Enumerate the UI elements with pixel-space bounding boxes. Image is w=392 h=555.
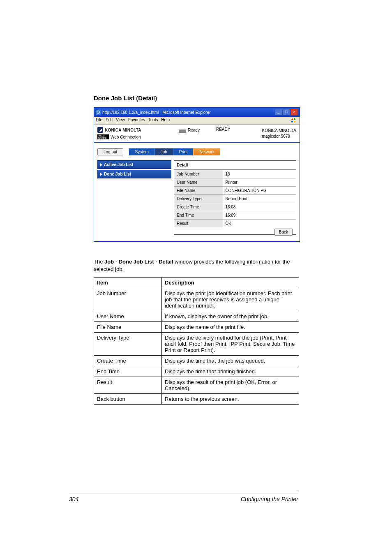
detail-val: 13 (223, 170, 296, 178)
menu-tools[interactable]: Tools (148, 118, 158, 123)
table-row: Create Time16:08 (174, 203, 296, 211)
triangle-icon (100, 173, 102, 176)
menu-help[interactable]: Help (161, 118, 170, 123)
titlebar: http://192.168.1.2/a_index.html - Micros… (94, 108, 300, 117)
menubar: File Edit View Favorites Tools Help (94, 117, 300, 125)
table-row: End TimeDisplays the time that printing … (94, 366, 299, 377)
page-footer: 304 Configuring the Printer (69, 493, 298, 502)
back-button[interactable]: Back (274, 229, 293, 236)
th-desc: Description (162, 278, 299, 288)
menu-view[interactable]: View (116, 118, 125, 123)
logout-button[interactable]: Log out (97, 148, 123, 155)
cell-item: Delivery Type (94, 333, 162, 356)
minimize-icon[interactable]: _ (275, 109, 282, 116)
detail-val: CONFIGURATION PG (223, 187, 296, 195)
detail-key: Result (174, 220, 223, 228)
table-row: Job NumberDisplays the print job identif… (94, 288, 299, 311)
tab-print[interactable]: Print (173, 148, 194, 155)
detail-val: 16:08 (223, 203, 296, 211)
sidebar-item-label: Active Job List (104, 162, 133, 167)
cell-desc: Returns to the previous screen. (162, 394, 299, 405)
section-title: Done Job List (Detail) (94, 95, 300, 102)
product-line2: magicolor 5670 (262, 134, 296, 139)
chapter-title: Configuring the Printer (241, 496, 298, 502)
detail-key: File Name (174, 187, 223, 195)
cell-item: End Time (94, 366, 162, 377)
table-row: User NameIf known, displays the owner of… (94, 311, 299, 322)
brand-area: KONICA MINOLTA PAGE SCOPE Web Connection (94, 125, 179, 142)
table-row: Delivery TypeReport Print (174, 195, 296, 203)
table-row: Job Number13 (174, 170, 296, 178)
window-controls: _ □ × (275, 109, 298, 116)
maximize-icon[interactable]: □ (283, 109, 290, 116)
detail-panel: Detail Job Number13 User NamePrinter Fil… (174, 160, 296, 235)
detail-key: Create Time (174, 203, 223, 211)
cell-desc: Displays the name of the print file. (162, 322, 299, 333)
pagescope-badge: PAGE SCOPE (97, 134, 109, 139)
ready-status: READY (216, 127, 230, 132)
cell-item: Result (94, 377, 162, 394)
tab-bar: System Job Print Network (129, 148, 220, 155)
detail-val: OK (223, 220, 296, 228)
cell-item: File Name (94, 322, 162, 333)
tab-job[interactable]: Job (154, 148, 173, 155)
table-row: Back buttonReturns to the previous scree… (94, 394, 299, 405)
menu-favorites[interactable]: Favorites (128, 118, 145, 123)
sidebar: Active Job List Done Job List (97, 160, 171, 235)
cell-item: User Name (94, 311, 162, 322)
detail-key: Delivery Type (174, 195, 223, 203)
cell-desc: Displays the delivery method for the job… (162, 333, 299, 356)
cell-item: Job Number (94, 288, 162, 311)
panel-title: Detail (174, 161, 296, 170)
page-number: 304 (69, 496, 78, 502)
cell-desc: Displays the result of the print job (OK… (162, 377, 299, 394)
table-row: File NameDisplays the name of the print … (94, 322, 299, 333)
table-row: End Time16:09 (174, 211, 296, 220)
webconn-label: Web Connection (111, 135, 141, 139)
triangle-icon (100, 163, 102, 166)
detail-table: Job Number13 User NamePrinter File NameC… (174, 170, 296, 227)
close-icon[interactable]: × (291, 109, 298, 116)
cell-desc: Displays the time that printing finished… (162, 366, 299, 377)
table-row: ResultOK (174, 220, 296, 228)
brand-label: KONICA MINOLTA (105, 128, 141, 132)
sidebar-item-done-job-list[interactable]: Done Job List (97, 170, 171, 178)
table-row: File NameCONFIGURATION PG (174, 187, 296, 195)
ie-icon (96, 110, 101, 115)
intro-text: The Job - Done Job List - Detail window … (94, 258, 300, 273)
table-row: ResultDisplays the result of the print j… (94, 377, 299, 394)
th-item: Item (94, 278, 162, 288)
tab-network[interactable]: Network (193, 148, 220, 155)
description-table: Item Description Job NumberDisplays the … (94, 277, 299, 405)
table-row: Create TimeDisplays the time that the jo… (94, 356, 299, 366)
detail-key: Job Number (174, 170, 223, 178)
cell-item: Create Time (94, 356, 162, 366)
table-row: Delivery TypeDisplays the delivery metho… (94, 333, 299, 356)
km-logo-icon (97, 127, 103, 133)
window-title: http://192.168.1.2/a_index.html - Micros… (102, 110, 210, 115)
ready-label: Ready (188, 128, 200, 132)
windows-flag-icon (291, 118, 297, 123)
product-line1: KONICA MINOLTA (262, 128, 296, 134)
cell-desc: Displays the time that the job was queue… (162, 356, 299, 366)
sidebar-item-label: Done Job List (104, 172, 131, 176)
detail-val: 16:09 (223, 211, 296, 220)
menu-file[interactable]: File (96, 118, 102, 123)
cell-desc: If known, displays the owner of the prin… (162, 311, 299, 322)
detail-key: User Name (174, 178, 223, 187)
menu-edit[interactable]: Edit (106, 118, 113, 123)
detail-val: Report Print (223, 195, 296, 203)
cell-desc: Displays the print job identification nu… (162, 288, 299, 311)
printer-status-icon (179, 127, 186, 133)
tab-system[interactable]: System (129, 148, 154, 155)
browser-window: http://192.168.1.2/a_index.html - Micros… (94, 107, 300, 242)
detail-key: End Time (174, 211, 223, 220)
cell-item: Back button (94, 394, 162, 405)
sidebar-item-active-job-list[interactable]: Active Job List (97, 160, 171, 169)
detail-val: Printer (223, 178, 296, 187)
table-row: User NamePrinter (174, 178, 296, 187)
